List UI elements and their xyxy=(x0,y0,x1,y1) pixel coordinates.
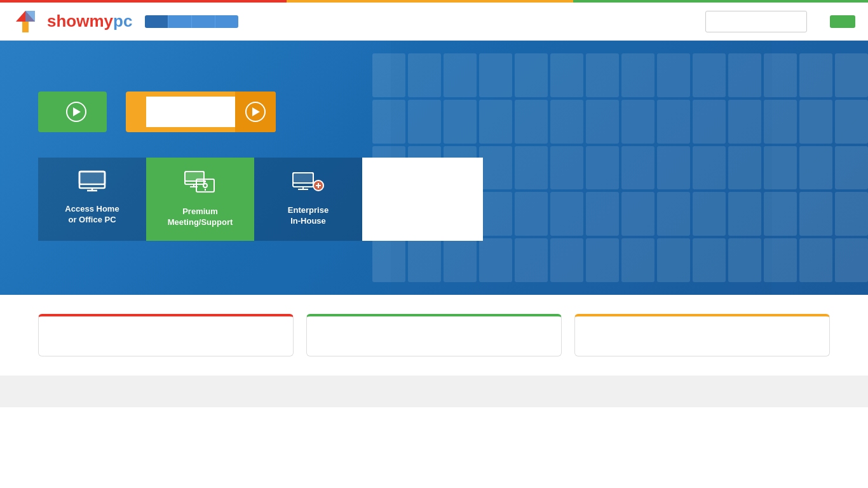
nav-products[interactable] xyxy=(215,15,238,28)
header: showmypc xyxy=(0,3,868,41)
svg-marker-1 xyxy=(22,22,29,32)
feature-card-secure xyxy=(574,314,830,356)
tabs-section: Access Homeor Office PC PremiumMe xyxy=(38,158,483,241)
view-pc-submit-button[interactable] xyxy=(235,92,276,132)
tab-enterprise-label: EnterpriseIn-House xyxy=(288,205,329,227)
showmypc-free-button[interactable] xyxy=(38,92,107,132)
tab-premium-label: PremiumMeeting/Support xyxy=(168,207,233,228)
nav-premium[interactable] xyxy=(168,15,192,28)
play-circle-icon xyxy=(66,102,86,122)
tab-access-home-label: Access Homeor Office PC xyxy=(65,204,119,226)
tab-access-home-icon xyxy=(77,170,107,198)
nav-access-pc[interactable] xyxy=(192,15,215,28)
tab-premium-icon xyxy=(184,170,217,200)
tab-info xyxy=(362,158,483,241)
feature-card-accessible xyxy=(38,314,294,356)
svg-rect-16 xyxy=(293,173,313,183)
logo-text: showmypc xyxy=(47,11,132,31)
tab-access-home[interactable]: Access Homeor Office PC xyxy=(38,158,146,241)
view-pc-play-icon xyxy=(245,102,266,122)
tab-premium[interactable]: PremiumMeeting/Support xyxy=(146,158,254,241)
tab-enterprise[interactable]: EnterpriseIn-House xyxy=(254,158,362,241)
showmypc-features-section xyxy=(0,376,868,407)
search-input[interactable] xyxy=(705,11,807,32)
view-pc-play-arrow xyxy=(252,107,260,116)
view-pc-label xyxy=(126,102,146,122)
logo-icon xyxy=(13,8,44,36)
svg-point-12 xyxy=(203,184,207,187)
svg-rect-4 xyxy=(79,172,105,184)
hero-section: // Generate keyboard keys const kbd = do… xyxy=(0,41,868,295)
hero-buttons xyxy=(38,92,483,132)
main-nav xyxy=(145,15,238,28)
svg-marker-2 xyxy=(25,11,35,22)
nav-home[interactable] xyxy=(145,15,168,28)
logo[interactable]: showmypc xyxy=(13,8,132,36)
header-right xyxy=(705,11,855,32)
view-pc-group xyxy=(126,92,276,132)
view-pc-input[interactable] xyxy=(146,97,235,127)
features-row xyxy=(0,295,868,376)
feature-card-simple xyxy=(306,314,562,356)
play-icon xyxy=(73,107,81,116)
login-button[interactable] xyxy=(830,15,855,28)
tab-enterprise-icon xyxy=(292,170,325,199)
hero-content: Access Homeor Office PC PremiumMe xyxy=(38,92,483,241)
